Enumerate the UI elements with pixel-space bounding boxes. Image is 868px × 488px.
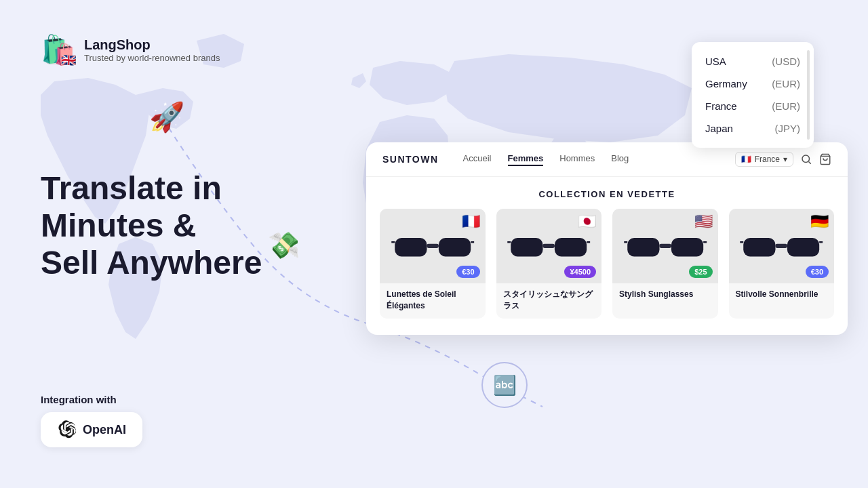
currency-item-usa[interactable]: USA (USD) (692, 50, 814, 73)
nav-link-blog[interactable]: Blog (611, 153, 629, 166)
logo-icon: 🛍️ 🇬🇧 (41, 33, 76, 68)
nav-link-femmes[interactable]: Femmes (508, 153, 544, 166)
product-name-3: Stylish Sunglasses (619, 289, 711, 300)
logo-name: LangShop (84, 37, 220, 53)
svg-rect-13 (511, 238, 542, 256)
product-name-2: スタイリッシュなサングラス (503, 289, 595, 312)
product-image-1: 🇫🇷 €30 (380, 209, 486, 283)
currency-item-japan[interactable]: Japan (JPY) (692, 117, 814, 140)
product-price-2: ¥4500 (564, 266, 596, 278)
product-price-3: $25 (689, 266, 712, 278)
openai-logo-icon (57, 420, 76, 439)
product-flag-1: 🇫🇷 (462, 214, 480, 229)
shop-nav-right: 🇫🇷 France ▾ (735, 152, 831, 167)
svg-rect-15 (543, 243, 555, 247)
currency-country-usa: USA (705, 56, 726, 67)
chevron-down-icon: ▾ (783, 155, 787, 164)
product-image-3: 🇺🇸 $25 (612, 209, 718, 283)
integration-area: Integration with OpenAI (41, 394, 142, 447)
logo-area: 🛍️ 🇬🇧 LangShop Trusted by world-renowned… (41, 33, 220, 68)
product-card-4[interactable]: 🇩🇪 €30 Stilvolle Sonnenbrille (729, 209, 835, 319)
product-name-1: Lunettes de Soleil Élégantes (387, 289, 479, 312)
product-price-4: €30 (806, 266, 829, 278)
product-info-2: スタイリッシュなサングラス (496, 283, 602, 319)
hero-line2: Minutes & (41, 207, 196, 243)
svg-rect-9 (438, 238, 470, 256)
hero-text: Translate in Minutes & Sell Anywhere (41, 169, 312, 282)
currency-item-germany[interactable]: Germany (EUR) (692, 73, 814, 95)
svg-rect-18 (627, 238, 659, 256)
svg-rect-10 (427, 243, 438, 247)
shop-brand: SUNTOWN (382, 154, 439, 165)
currency-dropdown[interactable]: USA (USD) Germany (EUR) France (EUR) Jap… (692, 42, 814, 148)
logo-tagline: Trusted by world-renowned brands (84, 53, 220, 63)
svg-rect-8 (395, 238, 427, 256)
openai-text: OpenAI (83, 423, 126, 437)
currency-country-japan: Japan (705, 123, 733, 134)
hero-line3: Sell Anywhere (41, 245, 262, 281)
product-flag-2: 🇯🇵 (578, 214, 596, 229)
scrollbar (807, 50, 810, 140)
product-price-1: €30 (456, 266, 479, 278)
product-info-3: Stylish Sunglasses (612, 283, 718, 307)
currency-code-japan: (JPY) (775, 123, 801, 134)
currency-code-usa: (USD) (772, 56, 800, 67)
currency-country-germany: Germany (705, 78, 747, 89)
product-info-1: Lunettes de Soleil Élégantes (380, 283, 486, 319)
collection-header: COLLECTION EN VEDETTE (366, 177, 848, 209)
product-card-2[interactable]: 🇯🇵 ¥4500 スタイリッシュなサングラス (496, 209, 602, 319)
svg-rect-23 (743, 238, 775, 256)
svg-rect-14 (555, 238, 587, 256)
search-icon[interactable] (800, 153, 812, 165)
currency-code-france: (EUR) (772, 100, 800, 112)
currency-item-france[interactable]: France (EUR) (692, 95, 814, 117)
currency-country-france: France (705, 100, 737, 112)
product-card-1[interactable]: 🇫🇷 €30 Lunettes de Soleil Élégantes (380, 209, 486, 319)
hero-line1: Translate in (41, 170, 222, 206)
logo-text-block: LangShop Trusted by world-renowned brand… (84, 37, 220, 63)
svg-rect-24 (787, 238, 819, 256)
locale-text: France (755, 155, 780, 164)
translate-bubble: 🔤 (481, 362, 528, 408)
nav-link-hommes[interactable]: Hommes (559, 153, 595, 166)
svg-point-5 (802, 155, 810, 163)
currency-code-germany: (EUR) (772, 78, 800, 89)
flag-france-icon: 🇫🇷 (741, 155, 751, 164)
locale-badge[interactable]: 🇫🇷 France ▾ (735, 152, 793, 167)
product-image-2: 🇯🇵 ¥4500 (496, 209, 602, 283)
product-info-4: Stilvolle Sonnenbrille (729, 283, 835, 307)
nav-link-accueil[interactable]: Accueil (463, 153, 492, 166)
shop-nav-links: Accueil Femmes Hommes Blog (463, 153, 735, 166)
rocket-icon: 🚀 (149, 100, 184, 134)
svg-line-6 (808, 161, 810, 163)
cart-icon[interactable] (819, 153, 831, 165)
svg-rect-19 (671, 238, 703, 256)
shop-window: SUNTOWN Accueil Femmes Hommes Blog 🇫🇷 Fr… (366, 142, 848, 335)
product-card-3[interactable]: 🇺🇸 $25 Stylish Sunglasses (612, 209, 718, 319)
product-image-4: 🇩🇪 €30 (729, 209, 835, 283)
integration-label: Integration with (41, 394, 142, 405)
svg-rect-25 (776, 243, 787, 247)
openai-badge: OpenAI (41, 412, 142, 447)
svg-rect-20 (659, 243, 671, 247)
product-grid: 🇫🇷 €30 Lunettes de Soleil Élégantes (366, 209, 848, 335)
product-flag-4: 🇩🇪 (810, 214, 829, 229)
product-flag-3: 🇺🇸 (694, 214, 713, 229)
product-name-4: Stilvolle Sonnenbrille (736, 289, 828, 300)
